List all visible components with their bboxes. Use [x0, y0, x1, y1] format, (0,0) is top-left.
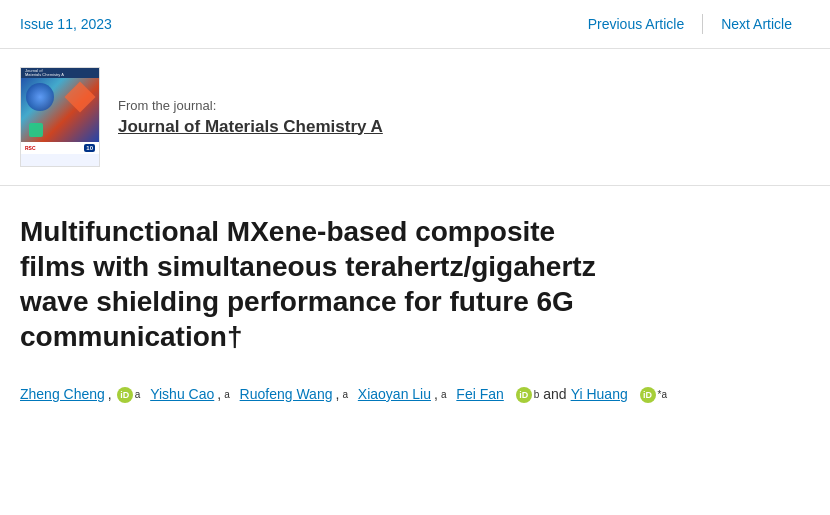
sup-yi-huang: *a — [658, 386, 667, 404]
sep-6 — [351, 382, 355, 407]
cover-bottom: RSC 10 — [21, 142, 99, 154]
authors-line: Zheng Cheng , iD a Yishu Cao , a Ruofeng… — [20, 382, 810, 407]
sep-10 — [631, 382, 635, 407]
sep-3: , — [217, 382, 221, 407]
cover-rsc-logo: RSC — [25, 145, 36, 151]
cover-diamond-shape — [64, 81, 95, 112]
next-article-link[interactable]: Next Article — [703, 16, 810, 32]
sup-ruofeng-wang: a — [342, 386, 348, 404]
cover-bar-shape — [29, 123, 43, 137]
sep-9 — [507, 382, 511, 407]
journal-section: Journal ofMaterials Chemistry A RSC 10 F… — [0, 49, 830, 186]
top-bar: Issue 11, 2023 Previous Article Next Art… — [0, 0, 830, 49]
author-and: and — [543, 382, 566, 407]
cover-badge: 10 — [84, 144, 95, 152]
sep-7: , — [434, 382, 438, 407]
sep-1: , — [108, 382, 112, 407]
author-yishu-cao[interactable]: Yishu Cao — [150, 382, 214, 407]
orcid-yi-huang[interactable]: iD — [640, 387, 656, 403]
cover-top-bar-text: Journal ofMaterials Chemistry A — [25, 69, 64, 77]
journal-info: From the journal: Journal of Materials C… — [118, 98, 383, 137]
cover-top-bar: Journal ofMaterials Chemistry A — [21, 68, 99, 78]
sep-5: , — [335, 382, 339, 407]
sep-8 — [449, 382, 453, 407]
orcid-fei-fan[interactable]: iD — [516, 387, 532, 403]
author-zheng-cheng[interactable]: Zheng Cheng — [20, 382, 105, 407]
issue-label: Issue 11, 2023 — [20, 16, 112, 32]
journal-name-link[interactable]: Journal of Materials Chemistry A — [118, 117, 383, 137]
author-ruofeng-wang[interactable]: Ruofeng Wang — [240, 382, 333, 407]
sup-fei-fan: b — [534, 386, 540, 404]
sup-xiaoyan-liu: a — [441, 386, 447, 404]
sup-zheng-cheng: a — [135, 386, 141, 404]
sup-yishu-cao: a — [224, 386, 230, 404]
prev-article-link[interactable]: Previous Article — [570, 16, 702, 32]
orcid-zheng-cheng[interactable]: iD — [117, 387, 133, 403]
author-xiaoyan-liu[interactable]: Xiaoyan Liu — [358, 382, 431, 407]
sep-4 — [233, 382, 237, 407]
article-title: Multifunctional MXene-based composite fi… — [20, 214, 600, 354]
nav-links: Previous Article Next Article — [570, 14, 810, 34]
article-section: Multifunctional MXene-based composite fi… — [0, 186, 830, 427]
cover-circle-shape — [26, 83, 54, 111]
author-yi-huang[interactable]: Yi Huang — [571, 382, 628, 407]
cover-image-area — [21, 78, 99, 142]
cover-inner: Journal ofMaterials Chemistry A RSC 10 — [21, 68, 99, 166]
journal-cover: Journal ofMaterials Chemistry A RSC 10 — [20, 67, 100, 167]
author-fei-fan[interactable]: Fei Fan — [456, 382, 503, 407]
journal-from-label: From the journal: — [118, 98, 383, 113]
sep-2 — [143, 382, 147, 407]
